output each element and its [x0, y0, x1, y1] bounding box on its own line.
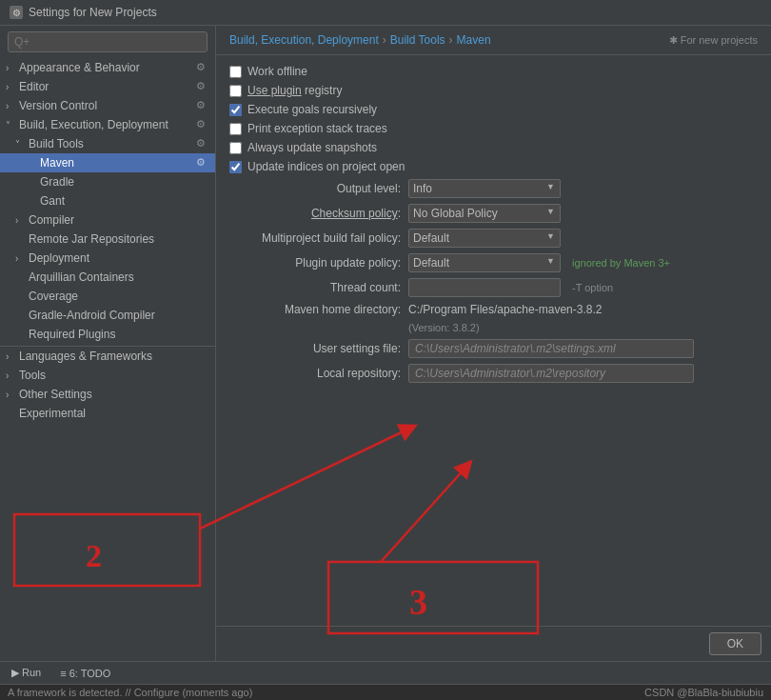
maven-version-row: (Version: 3.8.2) [229, 322, 758, 333]
sidebar-item-label: Build Tools [29, 137, 194, 150]
todo-tab[interactable]: ≡ 6: TODO [56, 666, 114, 681]
sidebar-item-label: Appearance & Behavior [19, 61, 194, 74]
sidebar-item-label: Required Plugins [29, 328, 209, 341]
sidebar-item-label: Version Control [19, 99, 194, 112]
output-level-select[interactable]: Debug Info Warning Error [408, 179, 561, 198]
sidebar-item-label: Editor [19, 80, 194, 93]
checksum-policy-dropdown-wrapper: No Global Policy Fail Warn Ignore [408, 204, 561, 223]
thread-count-input[interactable] [408, 278, 561, 297]
sidebar-item-build-execution[interactable]: ˅ Build, Execution, Deployment ⚙ [0, 115, 215, 134]
arrow-icon: › [6, 351, 17, 362]
settings-icon: ⚙ [196, 118, 209, 131]
sidebar-item-experimental[interactable]: Experimental [0, 404, 215, 423]
sidebar-item-label: Coverage [29, 290, 209, 303]
thread-count-label: Thread count: [229, 281, 401, 294]
local-repo-input[interactable] [408, 364, 694, 383]
update-indices-checkbox[interactable] [229, 161, 242, 173]
local-repo-row: Local repository: [229, 364, 758, 383]
sidebar-item-build-tools[interactable]: ˅ Build Tools ⚙ [0, 134, 215, 153]
use-plugin-row: Use plugin registry [229, 84, 758, 97]
settings-icon: ⚙ [196, 137, 209, 150]
sidebar-item-label: Maven [40, 156, 194, 170]
checksum-policy-row: Checksum policy: No Global Policy Fail W… [229, 204, 758, 223]
window-icon: ⚙ [10, 6, 23, 19]
sidebar-item-label: Remote Jar Repositories [29, 232, 209, 246]
arrow-icon: ˅ [15, 139, 27, 150]
sidebar-item-remote-jar[interactable]: Remote Jar Repositories [0, 230, 215, 249]
sidebar-item-languages[interactable]: › Languages & Frameworks [0, 346, 215, 366]
work-offline-row: Work offline [229, 65, 758, 78]
run-tab[interactable]: ▶ Run [8, 665, 45, 681]
title-bar: ⚙ Settings for New Projects [0, 0, 771, 26]
sidebar-item-gradle-android[interactable]: Gradle-Android Compiler [0, 306, 215, 325]
sidebar-item-arquillian[interactable]: Arquillian Containers [0, 268, 215, 287]
bottom-bar: ▶ Run ≡ 6: TODO [0, 661, 771, 684]
use-plugin-registry-checkbox[interactable] [229, 85, 242, 97]
maven-version-label: (Version: 3.8.2) [408, 322, 480, 333]
sidebar-item-coverage[interactable]: Coverage [0, 287, 215, 306]
print-exceptions-label[interactable]: Print exception stack traces [247, 122, 387, 135]
sidebar-item-compiler[interactable]: › Compiler [0, 210, 215, 230]
sidebar-item-gant[interactable]: Gant [0, 191, 215, 210]
ok-button[interactable]: OK [709, 632, 761, 655]
settings-content: Work offline Use plugin registry Execute… [216, 55, 771, 626]
plugin-update-hint: ignored by Maven 3+ [572, 257, 670, 269]
execute-goals-label[interactable]: Execute goals recursively [247, 103, 377, 116]
settings-icon: ⚙ [196, 80, 209, 93]
always-update-checkbox[interactable] [229, 142, 242, 154]
sidebar-item-label: Tools [19, 369, 209, 382]
sidebar-item-appearance[interactable]: › Appearance & Behavior ⚙ [0, 58, 215, 77]
use-plugin-registry-label[interactable]: Use plugin registry [247, 84, 342, 97]
maven-home-label: Maven home directory: [229, 303, 401, 316]
sidebar-item-maven[interactable]: Maven ⚙ [0, 153, 215, 172]
main-content: › Appearance & Behavior ⚙ › Editor ⚙ › V… [0, 26, 771, 661]
breadcrumb-segment-3: Maven [457, 33, 491, 47]
update-indices-label[interactable]: Update indices on project open [247, 160, 405, 173]
arrow-icon: › [15, 253, 27, 264]
print-exceptions-checkbox[interactable] [229, 123, 242, 135]
window-title: Settings for New Projects [29, 6, 157, 19]
settings-icon: ⚙ [196, 99, 209, 112]
sidebar-item-label: Experimental [19, 407, 209, 420]
sidebar-item-label: Gradle-Android Compiler [29, 309, 209, 322]
always-update-row: Always update snapshots [229, 141, 758, 154]
thread-count-hint: -T option [572, 282, 613, 293]
breadcrumb-sep: › [449, 33, 453, 47]
output-level-label: Output level: [229, 182, 401, 195]
sidebar-item-tools[interactable]: › Tools [0, 366, 215, 385]
multiproject-fail-select[interactable]: Default At End Never Always [408, 229, 561, 248]
sidebar-item-label: Arquillian Containers [29, 270, 209, 284]
execute-goals-checkbox[interactable] [229, 104, 242, 116]
checksum-policy-label: Checksum policy: [229, 207, 401, 220]
sidebar-item-label: Gradle [40, 175, 209, 189]
thread-count-row: Thread count: -T option [229, 278, 758, 297]
work-offline-checkbox[interactable] [229, 66, 242, 78]
sidebar-item-version-control[interactable]: › Version Control ⚙ [0, 96, 215, 115]
breadcrumb-segment-2: Build Tools [390, 33, 445, 47]
sidebar-item-label: Other Settings [19, 388, 209, 401]
sidebar-item-label: Compiler [29, 213, 209, 227]
breadcrumb-segment-1: Build, Execution, Deployment [229, 33, 379, 47]
search-input[interactable] [8, 31, 208, 52]
update-indices-row: Update indices on project open [229, 160, 758, 173]
settings-icon: ⚙ [196, 156, 209, 170]
always-update-label[interactable]: Always update snapshots [247, 141, 377, 154]
work-offline-label[interactable]: Work offline [247, 65, 307, 78]
local-repo-label: Local repository: [229, 367, 401, 380]
sidebar-item-gradle[interactable]: Gradle [0, 172, 215, 191]
arrow-icon: › [6, 101, 17, 111]
maven-home-value: C:/Program Files/apache-maven-3.8.2 [408, 303, 602, 316]
user-settings-input[interactable] [408, 339, 694, 358]
status-bar: A framework is detected. // Configure (m… [0, 684, 771, 700]
sidebar-item-deployment[interactable]: › Deployment [0, 249, 215, 268]
output-level-row: Output level: Debug Info Warning Error [229, 179, 758, 198]
plugin-update-select[interactable]: Default Check Force Never [408, 253, 561, 272]
status-bar-right: CSDN @BlaBla-biubiubiu [644, 687, 763, 698]
breadcrumb-sep: › [383, 33, 386, 47]
sidebar-item-required-plugins[interactable]: Required Plugins [0, 325, 215, 344]
sidebar-item-other-settings[interactable]: › Other Settings [0, 385, 215, 404]
plugin-update-row: Plugin update policy: Default Check Forc… [229, 253, 758, 272]
user-settings-row: User settings file: [229, 339, 758, 358]
sidebar-item-editor[interactable]: › Editor ⚙ [0, 77, 215, 96]
checksum-policy-select[interactable]: No Global Policy Fail Warn Ignore [408, 204, 561, 223]
